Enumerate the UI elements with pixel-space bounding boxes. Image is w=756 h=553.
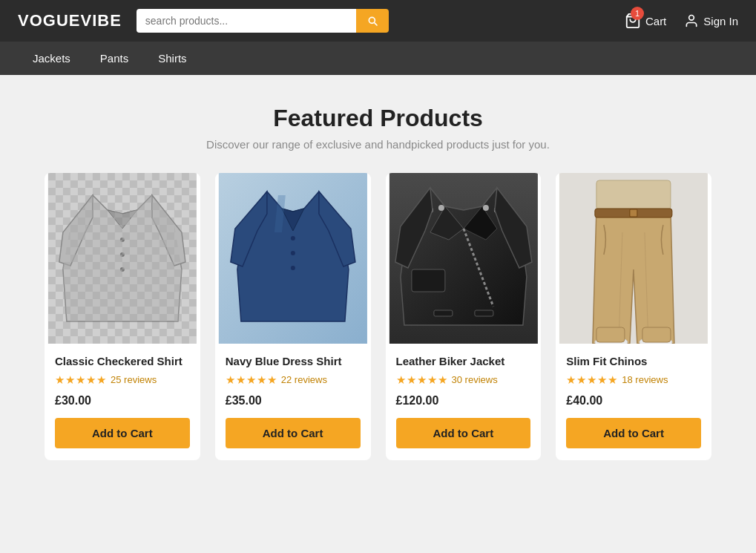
signin-label: Sign In: [703, 15, 738, 27]
product-image: [215, 173, 371, 344]
add-to-cart-button[interactable]: Add to Cart: [226, 418, 361, 448]
header: VOGUEVIBE 1 Cart Sign In: [0, 0, 756, 42]
review-count: 22 reviews: [281, 374, 327, 385]
review-count: 18 reviews: [622, 374, 668, 385]
star-full: ★: [55, 373, 65, 387]
product-info: Leather Biker Jacket ★★★★★ 30 reviews £1…: [386, 344, 542, 460]
svg-rect-31: [642, 327, 671, 342]
logo: VOGUEVIBE: [18, 11, 122, 30]
product-price: £120.00: [396, 394, 531, 408]
cart-icon-wrap: 1: [625, 13, 641, 29]
cart-label: Cart: [645, 15, 666, 27]
svg-point-13: [291, 266, 295, 270]
star-full: ★: [86, 373, 96, 387]
product-image: [45, 173, 200, 344]
rating-row: ★★★★★ 22 reviews: [226, 373, 361, 387]
search-button[interactable]: [356, 9, 389, 33]
products-grid: Classic Checkered Shirt ★★★★★ 25 reviews…: [45, 173, 711, 460]
product-info: Navy Blue Dress Shirt ★★★★★ 22 reviews £…: [215, 344, 371, 460]
nav-item-jackets[interactable]: Jackets: [18, 42, 85, 75]
product-image: [386, 173, 542, 344]
star-full: ★: [226, 373, 235, 387]
svg-rect-15: [411, 269, 444, 292]
add-to-cart-button[interactable]: Add to Cart: [566, 418, 701, 448]
star-half: ★: [267, 373, 277, 387]
star-full: ★: [246, 373, 256, 387]
product-name: Slim Fit Chinos: [566, 354, 701, 369]
cart-badge: 1: [631, 7, 644, 20]
section-title: Featured Products: [45, 105, 711, 132]
search-icon: [367, 15, 378, 27]
main-nav: Jackets Pants Shirts: [0, 42, 756, 75]
product-card: Slim Fit Chinos ★★★★★ 18 reviews £40.00 …: [556, 173, 711, 460]
svg-point-12: [291, 251, 295, 255]
svg-rect-25: [596, 180, 671, 210]
star-rating: ★★★★★: [226, 373, 277, 387]
main-content: Featured Products Discover our range of …: [0, 75, 756, 490]
signin-button[interactable]: Sign In: [684, 13, 738, 28]
star-half: ★: [608, 373, 617, 387]
product-info: Classic Checkered Shirt ★★★★★ 25 reviews…: [45, 344, 200, 460]
add-to-cart-button[interactable]: Add to Cart: [396, 418, 531, 448]
review-count: 25 reviews: [111, 374, 157, 385]
search-input[interactable]: [137, 9, 356, 33]
product-name: Classic Checkered Shirt: [55, 354, 190, 369]
star-rating: ★★★★★: [566, 373, 617, 387]
section-header: Featured Products Discover our range of …: [45, 105, 711, 151]
star-full: ★: [566, 373, 576, 387]
rating-row: ★★★★★ 18 reviews: [566, 373, 701, 387]
product-price: £30.00: [55, 394, 190, 408]
nav-item-shirts[interactable]: Shirts: [143, 42, 201, 75]
user-icon: [684, 13, 699, 28]
star-half: ★: [438, 373, 447, 387]
search-container: [137, 9, 389, 33]
star-full: ★: [587, 373, 596, 387]
nav-item-pants[interactable]: Pants: [85, 42, 143, 75]
star-full: ★: [597, 373, 607, 387]
product-card: Leather Biker Jacket ★★★★★ 30 reviews £1…: [386, 173, 542, 460]
star-full: ★: [407, 373, 416, 387]
star-full: ★: [417, 373, 427, 387]
svg-point-0: [689, 16, 694, 21]
product-card: Classic Checkered Shirt ★★★★★ 25 reviews…: [45, 173, 200, 460]
star-full: ★: [427, 373, 437, 387]
cart-button[interactable]: 1 Cart: [625, 13, 666, 29]
star-full: ★: [236, 373, 246, 387]
svg-point-11: [291, 236, 295, 240]
product-name: Leather Biker Jacket: [396, 354, 531, 369]
star-full: ★: [76, 373, 85, 387]
star-rating: ★★★★★: [396, 373, 447, 387]
add-to-cart-button[interactable]: Add to Cart: [55, 418, 190, 448]
product-price: £40.00: [566, 394, 701, 408]
product-price: £35.00: [226, 394, 361, 408]
header-right: 1 Cart Sign In: [625, 13, 738, 29]
rating-row: ★★★★★ 30 reviews: [396, 373, 531, 387]
star-full: ★: [396, 373, 406, 387]
svg-point-21: [482, 205, 488, 211]
star-full: ★: [576, 373, 586, 387]
svg-rect-22: [433, 310, 452, 316]
star-half: ★: [96, 373, 106, 387]
section-subtitle: Discover our range of exclusive and hand…: [45, 138, 711, 151]
product-info: Slim Fit Chinos ★★★★★ 18 reviews £40.00 …: [556, 344, 711, 460]
review-count: 30 reviews: [452, 374, 498, 385]
product-name: Navy Blue Dress Shirt: [226, 354, 361, 369]
svg-rect-23: [474, 310, 493, 316]
product-card: Navy Blue Dress Shirt ★★★★★ 22 reviews £…: [215, 173, 371, 460]
star-full: ★: [65, 373, 75, 387]
star-rating: ★★★★★: [55, 373, 106, 387]
product-image: [556, 173, 711, 344]
svg-rect-30: [596, 327, 625, 342]
svg-point-18: [438, 205, 444, 211]
star-full: ★: [257, 373, 266, 387]
rating-row: ★★★★★ 25 reviews: [55, 373, 190, 387]
svg-rect-27: [630, 209, 637, 217]
